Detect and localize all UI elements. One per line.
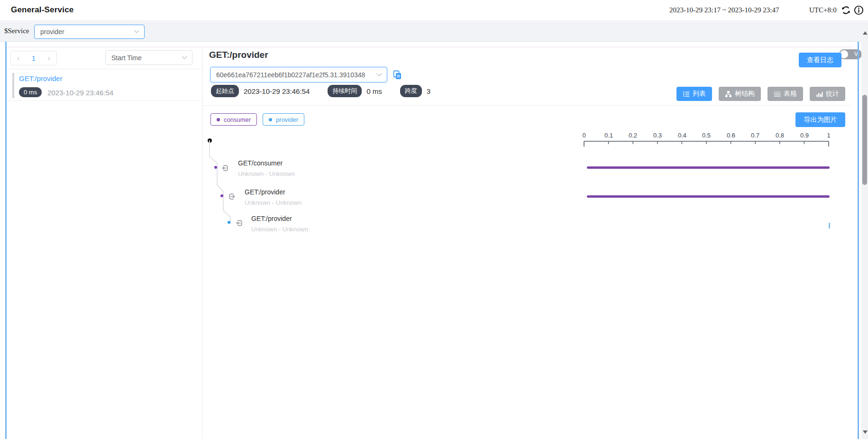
axis-tick-label: 0.5 <box>702 132 711 139</box>
view-mode-label: 表格 <box>784 90 797 98</box>
right-scroll-edge <box>858 42 859 439</box>
scrollbar-track[interactable] <box>861 27 868 439</box>
legend-ring-icon <box>269 118 272 121</box>
left-scroll-edge <box>5 42 7 439</box>
entry-span-icon <box>235 219 243 227</box>
span-name[interactable]: GET:/provider <box>245 188 285 196</box>
sort-select-value: Start Time <box>111 54 142 62</box>
axis-tick-label: 0.3 <box>653 132 662 139</box>
meta-value: 2023-10-29 23:46:54 <box>244 87 310 95</box>
axis-tick-label: 1 <box>827 132 830 139</box>
axis-tick-label: 0.4 <box>678 132 686 139</box>
scrollbar-down-arrow[interactable] <box>863 430 868 434</box>
chevron-down-icon <box>182 56 187 60</box>
tree-connector <box>204 136 237 228</box>
span-name[interactable]: GET/consumer <box>238 159 283 167</box>
scrollbar-thumb[interactable] <box>862 95 867 185</box>
scrollbar-up-arrow[interactable] <box>863 31 868 35</box>
span-dot-consumer <box>214 166 217 169</box>
list-icon <box>683 91 690 98</box>
axis-tick-label: 0.1 <box>604 132 613 139</box>
legend-chip-provider[interactable]: provider <box>263 113 304 126</box>
export-image-button[interactable]: 导出为图片 <box>795 112 845 127</box>
trace-list-item[interactable]: GET:/provider 0 ms 2023-10-29 23:46:54 <box>7 70 202 101</box>
page-title: General-Service <box>11 5 73 15</box>
axis-tick-label: 0.6 <box>727 132 735 139</box>
legend-label: consumer <box>224 116 251 123</box>
view-mode-buttons: 列表 树结构 表格 统 <box>659 87 845 101</box>
meta-value: 3 <box>427 87 430 95</box>
service-legend: consumer provider <box>210 113 304 126</box>
list-divider <box>7 69 202 69</box>
detail-divider <box>202 105 852 106</box>
span-duration-bar[interactable] <box>829 223 830 229</box>
view-mode-list-button[interactable]: 列表 <box>676 87 712 101</box>
view-mode-label: 统计 <box>826 90 839 98</box>
refresh-icon[interactable] <box>841 5 851 15</box>
view-mode-stats-button[interactable]: 统计 <box>810 87 845 101</box>
trace-item-accent <box>12 73 14 98</box>
info-icon[interactable] <box>854 5 864 15</box>
service-label: $Service <box>4 27 29 35</box>
trace-id-value: 60e661ea767211eeb6f1b0227af1e2f5.31.3910… <box>216 71 373 79</box>
service-select[interactable]: provider <box>34 25 145 39</box>
trace-item-duration-badge: 0 ms <box>19 87 42 97</box>
time-range-label: 2023-10-29 23:17 ~ 2023-10-29 23:47 <box>669 6 779 14</box>
timezone-label: UTC+8:0 <box>809 6 837 14</box>
view-mode-label: 树结构 <box>735 90 755 98</box>
meta-label-badge: 跨度 <box>400 85 422 97</box>
entry-span-icon <box>221 164 229 172</box>
sort-select[interactable]: Start Time <box>105 50 192 65</box>
legend-chip-consumer[interactable]: consumer <box>210 113 257 126</box>
time-axis <box>583 140 831 147</box>
next-page-button[interactable]: › <box>48 54 51 62</box>
app-header: General-Service 2023-10-29 23:17 ~ 2023-… <box>0 0 868 21</box>
meta-value: 0 ms <box>366 87 382 95</box>
axis-tick-label: 0.9 <box>800 132 809 139</box>
axis-tick-label: 0.2 <box>629 132 637 139</box>
axis-tick-label: 0 <box>582 132 585 139</box>
span-endpoints: Unknown - Unknown <box>251 226 308 233</box>
tree-icon <box>725 91 732 98</box>
span-duration-bar[interactable] <box>587 195 830 198</box>
service-select-value: provider <box>40 28 64 36</box>
span-endpoints: Unknown - Unknown <box>238 170 295 177</box>
span-name[interactable]: GET:/provider <box>251 215 292 222</box>
span-duration-bar[interactable] <box>587 166 830 169</box>
axis-tick-label: 0.8 <box>776 132 784 139</box>
view-mode-tree-button[interactable]: 树结构 <box>719 87 761 101</box>
chevron-down-icon <box>134 30 139 34</box>
panel-divider <box>202 47 203 439</box>
trace-meta-row: 起始点 2023-10-29 23:46:54 持续时间 0 ms 跨度 3 <box>211 85 444 97</box>
chevron-down-icon <box>376 73 382 77</box>
trace-item-name[interactable]: GET:/provider <box>19 74 63 82</box>
legend-ring-icon <box>217 118 220 121</box>
filter-bar: $Service provider V <box>0 21 868 42</box>
axis-tick-label: 0.7 <box>751 132 759 139</box>
trace-id-select[interactable]: 60e661ea767211eeb6f1b0227af1e2f5.31.3910… <box>210 67 387 82</box>
trace-page: General-Service 2023-10-29 23:17 ~ 2023-… <box>0 0 868 439</box>
view-logs-button[interactable]: 查看日志 <box>799 53 841 67</box>
span-endpoints: Unknown - Unknown <box>245 199 302 206</box>
table-icon <box>774 91 781 98</box>
view-mode-table-button[interactable]: 表格 <box>767 87 803 101</box>
trace-item-start-time: 2023-10-29 23:46:54 <box>47 89 113 97</box>
trace-title: GET:/provider <box>209 50 268 60</box>
card-top-border <box>7 47 852 47</box>
copy-icon[interactable] <box>393 70 402 80</box>
bar-chart-icon <box>816 91 823 98</box>
page-number[interactable]: 1 <box>32 54 36 62</box>
prev-page-button[interactable]: ‹ <box>17 54 20 62</box>
exit-span-icon <box>228 192 236 201</box>
pagination: ‹ 1 › <box>10 51 57 65</box>
span-dot-provider <box>228 221 230 224</box>
span-dot-consumer <box>220 194 223 197</box>
legend-label: provider <box>276 116 298 123</box>
view-mode-label: 列表 <box>693 90 706 98</box>
meta-label-badge: 起始点 <box>211 85 239 97</box>
meta-label-badge: 持续时间 <box>328 85 362 97</box>
